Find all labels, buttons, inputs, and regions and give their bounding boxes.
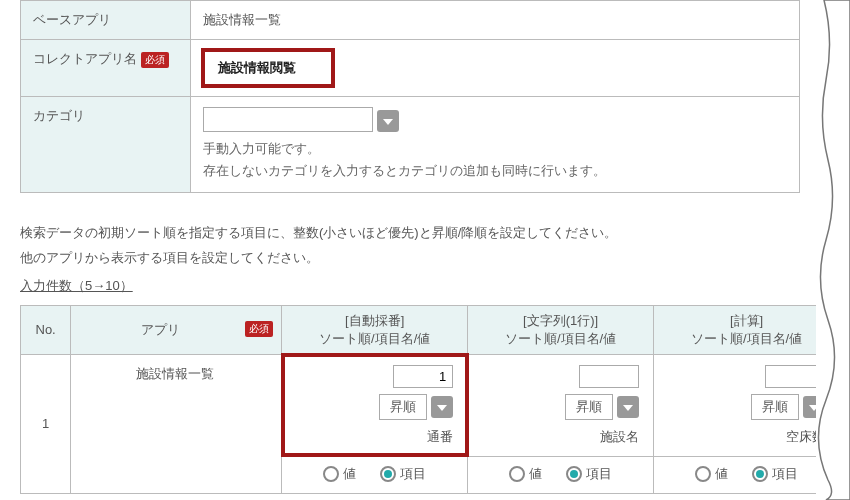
sort-order-select-3[interactable]: 昇順 <box>751 394 799 420</box>
category-input[interactable] <box>203 107 373 132</box>
sort-order-select-1[interactable]: 昇順 <box>379 394 427 420</box>
radio-cell-3: 値 項目 <box>654 456 840 493</box>
instruction-line-1: 検索データの初期ソート順を指定する項目に、整数(小さいほど優先)と昇順/降順を設… <box>20 223 810 244</box>
collect-app-name-input[interactable]: 施設情報閲覧 <box>203 50 333 86</box>
sort-cell-3: 昇順 空床数 <box>654 354 840 456</box>
base-app-label: ベースアプリ <box>21 1 191 40</box>
header-app: アプリ必須 <box>71 305 282 354</box>
field-config-table: No. アプリ必須 [自動採番]ソート順/項目名/値 [文字列(1行)]ソート順… <box>20 305 840 494</box>
base-app-value: 施設情報一覧 <box>191 1 800 40</box>
table-row: 1 施設情報一覧 昇順 通番 昇順 施設名 昇順 空床数 <box>21 354 840 456</box>
field-name-1: 通番 <box>427 428 453 446</box>
radio-value-1[interactable] <box>323 466 339 482</box>
header-col1: [自動採番]ソート順/項目名/値 <box>282 305 468 354</box>
row-app-name: 施設情報一覧 <box>71 354 282 493</box>
chevron-down-icon[interactable] <box>617 396 639 418</box>
collect-app-name-label: コレクトアプリ名必須 <box>21 40 191 97</box>
category-cell: 手動入力可能です。 存在しないカテゴリを入力するとカテゴリの追加も同時に行います… <box>191 97 800 193</box>
page-tear-decoration <box>816 0 850 500</box>
required-badge: 必須 <box>245 321 273 337</box>
header-no: No. <box>21 305 71 354</box>
radio-item-1[interactable] <box>380 466 396 482</box>
chevron-down-icon[interactable] <box>431 396 453 418</box>
row-no: 1 <box>21 354 71 493</box>
collect-app-name-cell: 施設情報閲覧 <box>191 40 800 97</box>
field-name-2: 施設名 <box>600 428 639 446</box>
sort-priority-input-2[interactable] <box>579 365 639 388</box>
category-label: カテゴリ <box>21 97 191 193</box>
header-col2: [文字列(1行)]ソート順/項目名/値 <box>468 305 654 354</box>
sort-order-select-2[interactable]: 昇順 <box>565 394 613 420</box>
radio-item-2[interactable] <box>566 466 582 482</box>
radio-value-2[interactable] <box>509 466 525 482</box>
sort-cell-1: 昇順 通番 <box>282 354 468 456</box>
sort-cell-2: 昇順 施設名 <box>468 354 654 456</box>
category-help-1: 手動入力可能です。 <box>203 138 787 160</box>
required-badge: 必須 <box>141 52 169 68</box>
sort-priority-input-1[interactable] <box>393 365 453 388</box>
category-help-2: 存在しないカテゴリを入力するとカテゴリの追加も同時に行います。 <box>203 160 787 182</box>
radio-cell-1: 値 項目 <box>282 456 468 493</box>
instruction-line-2: 他のアプリから表示する項目を設定してください。 <box>20 248 810 269</box>
radio-item-3[interactable] <box>752 466 768 482</box>
header-col3: [計算]ソート順/項目名/値 <box>654 305 840 354</box>
settings-form-table: ベースアプリ 施設情報一覧 コレクトアプリ名必須 施設情報閲覧 カテゴリ 手動入… <box>20 0 800 193</box>
radio-value-3[interactable] <box>695 466 711 482</box>
input-count-link[interactable]: 入力件数（5→10） <box>20 277 133 295</box>
radio-cell-2: 値 項目 <box>468 456 654 493</box>
category-dropdown-button[interactable] <box>377 110 399 132</box>
